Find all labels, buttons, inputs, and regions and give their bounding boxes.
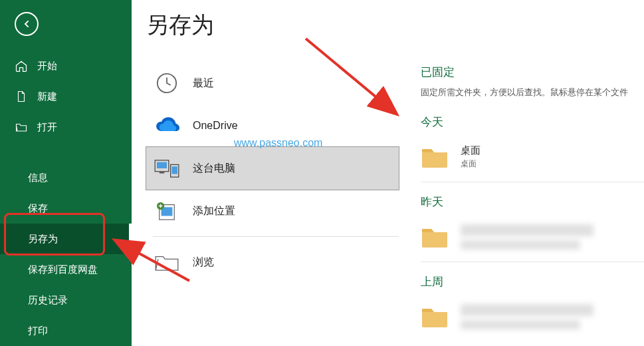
location-label: 添加位置 [193,204,235,218]
main-content: 另存为 最近 OneDrive [132,0,644,346]
cloud-icon [153,112,181,140]
folder-path: 桌面 » hidden [461,240,580,250]
sidebar-item-label: 开始 [37,60,57,73]
locations-panel: 另存为 最近 OneDrive [146,10,399,346]
svg-rect-2 [157,162,167,168]
sidebar-item-history[interactable]: 历史记录 [0,285,132,315]
sidebar-item-new[interactable]: 新建 [0,81,132,112]
folder-icon [421,145,449,169]
page-title: 另存为 [146,10,399,41]
folder-name: hidden [461,224,593,236]
location-add-place[interactable]: 添加位置 [146,190,399,232]
recent-folders-panel: 已固定 固定所需文件夹，方便以后查找。鼠标悬停在某个文件 今天 桌面 桌面 昨天 [399,10,644,346]
location-label: 最近 [193,77,214,90]
sidebar-item-info[interactable]: 信息 [0,162,132,193]
folder-item-blurred[interactable]: hidden hidden path [421,297,644,336]
sidebar-item-label: 打开 [37,121,57,134]
group-heading-lastweek: 上周 [421,274,644,289]
pinned-title: 已固定 [421,65,644,80]
folder-path: 桌面 [461,158,481,170]
folder-text: hidden 桌面 » hidden [461,224,593,250]
sidebar-item-label: 保存到百度网盘 [28,263,98,276]
folder-icon [421,305,449,329]
svg-rect-4 [172,166,177,174]
pc-icon [153,154,181,182]
location-label: 这台电脑 [193,162,235,176]
sidebar: 开始 新建 打开 信息 保存 另存为 保存到百度网盘 历史 [0,0,132,346]
sidebar-item-home[interactable]: 开始 [0,51,132,81]
browse-icon [153,248,181,276]
folder-name: hidden [461,304,593,316]
back-arrow-icon [21,19,32,29]
location-label: OneDrive [193,120,238,132]
watermark: www.passneo.com [234,137,322,149]
sidebar-item-label: 新建 [37,90,57,103]
folder-name: 桌面 [461,144,481,157]
sidebar-item-label: 历史记录 [28,294,68,307]
folder-text: hidden hidden path [461,304,593,329]
folder-path: hidden path [461,320,580,329]
sidebar-item-label: 信息 [28,172,48,184]
location-divider [153,236,399,237]
sidebar-item-baidu[interactable]: 保存到百度网盘 [0,254,132,285]
location-this-pc[interactable]: 这台电脑 [146,147,399,190]
group-divider [421,182,644,182]
add-location-icon [153,197,181,225]
folder-item-blurred[interactable]: hidden 桌面 » hidden [421,218,644,256]
home-icon [15,59,28,73]
document-icon [15,90,28,103]
sidebar-item-save-as[interactable]: 另存为 [0,224,132,254]
sidebar-item-open[interactable]: 打开 [0,112,132,142]
sidebar-item-save[interactable]: 保存 [0,193,132,224]
folder-text: 桌面 桌面 [461,144,481,170]
location-recent[interactable]: 最近 [146,62,399,104]
sidebar-item-print[interactable]: 打印 [0,315,132,346]
pinned-subtitle: 固定所需文件夹，方便以后查找。鼠标悬停在某个文件 [421,86,644,98]
sidebar-item-label: 打印 [28,325,48,337]
svg-rect-5 [160,172,165,174]
location-browse[interactable]: 浏览 [146,241,399,283]
group-heading-today: 今天 [421,114,644,130]
folder-icon [421,225,449,249]
group-heading-yesterday: 昨天 [421,194,644,210]
sidebar-item-label: 保存 [28,202,48,215]
back-button[interactable] [15,12,39,36]
folder-open-icon [15,120,28,134]
folder-item-desktop[interactable]: 桌面 桌面 [421,138,644,176]
group-divider [421,261,644,262]
app-root: 开始 新建 打开 信息 保存 另存为 保存到百度网盘 历史 [0,0,644,346]
sidebar-item-label: 另存为 [28,233,58,246]
location-label: 浏览 [193,256,214,269]
clock-icon [153,69,181,97]
